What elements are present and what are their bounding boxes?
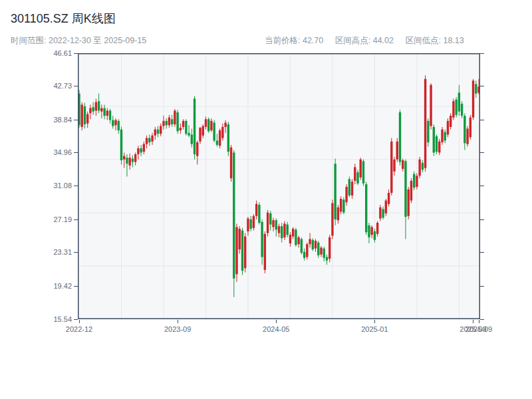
- candle-body: [128, 158, 130, 166]
- candle: [194, 96, 196, 159]
- candle: [166, 118, 168, 128]
- candle: [154, 127, 156, 140]
- candle: [342, 197, 344, 214]
- candle: [438, 139, 440, 155]
- candle: [422, 160, 424, 172]
- candle-body: [410, 181, 412, 201]
- candle-body: [224, 122, 226, 126]
- y-tick-mark-left: [74, 86, 78, 86]
- candle: [143, 142, 145, 154]
- range-high-label: 区间高点:: [335, 36, 370, 45]
- candle: [374, 229, 376, 243]
- x-tick-label: 2022-12: [56, 325, 102, 334]
- candle: [180, 124, 182, 134]
- candle-body: [112, 120, 114, 126]
- candle: [326, 255, 328, 265]
- candle-body: [289, 235, 291, 243]
- candle: [239, 226, 241, 253]
- candle-body: [407, 190, 409, 216]
- candle-body: [247, 219, 249, 231]
- plot-border: [78, 54, 480, 319]
- candle-body: [239, 229, 241, 249]
- candle: [340, 196, 342, 214]
- candle-body: [126, 158, 128, 164]
- candle-body: [455, 100, 457, 115]
- candle: [315, 239, 317, 251]
- candle-body: [194, 98, 196, 154]
- candle: [227, 122, 229, 156]
- candle: [219, 128, 221, 148]
- candle: [331, 200, 333, 239]
- candle: [191, 128, 193, 147]
- candle-body: [390, 142, 392, 193]
- candle-body: [422, 163, 424, 170]
- candle: [230, 145, 232, 182]
- candle: [103, 104, 105, 119]
- candle-body: [418, 160, 420, 176]
- candle-body: [447, 121, 449, 135]
- y-tick-mark-left: [74, 120, 78, 120]
- candle-body: [469, 118, 471, 138]
- candle-body: [86, 114, 88, 124]
- candle-body: [396, 142, 398, 160]
- candle-body: [103, 108, 105, 116]
- candle: [120, 127, 122, 165]
- candle-body: [345, 187, 347, 202]
- candle: [441, 127, 443, 145]
- candle-body: [306, 244, 308, 257]
- x-tick-mark: [473, 320, 473, 323]
- candle: [396, 138, 398, 162]
- candle: [281, 223, 283, 243]
- candle: [114, 118, 116, 130]
- candle: [261, 219, 263, 265]
- candle: [312, 238, 314, 251]
- candle: [205, 116, 207, 129]
- candle-body: [255, 204, 257, 216]
- candle-body: [221, 127, 223, 138]
- candle-body: [365, 184, 367, 232]
- candle: [410, 178, 412, 203]
- x-tick-label: 2025-01: [351, 325, 398, 334]
- candle: [126, 154, 128, 176]
- candle: [447, 118, 449, 137]
- y-tick-label: 42.73: [37, 82, 72, 90]
- candle-body: [182, 121, 184, 127]
- candle: [118, 119, 120, 134]
- candle-body: [427, 121, 429, 142]
- candle: [264, 231, 266, 273]
- candlestick-plot: [78, 53, 480, 319]
- y-tick-mark-right: [480, 152, 484, 153]
- candle: [303, 249, 305, 261]
- candle-body: [301, 239, 303, 253]
- candle: [337, 205, 339, 223]
- candle-body: [354, 167, 356, 181]
- y-tick-mark-right: [480, 319, 484, 320]
- candle: [450, 113, 452, 129]
- candle: [295, 228, 297, 247]
- candle-body: [283, 223, 285, 237]
- candle: [472, 79, 474, 120]
- candle-body: [157, 130, 159, 134]
- y-tick-label: 19.42: [37, 282, 72, 291]
- candle: [458, 85, 460, 116]
- candle-body: [320, 247, 322, 254]
- candle-body: [331, 203, 333, 235]
- y-tick-label: 34.96: [37, 148, 72, 157]
- candle-body: [295, 229, 297, 245]
- candle-body: [143, 144, 145, 152]
- candle: [140, 145, 142, 156]
- candle: [160, 124, 162, 136]
- current-price-stat: 当前价格: 42.70: [265, 36, 323, 45]
- candle: [404, 160, 406, 239]
- candle: [278, 223, 280, 237]
- y-tick-label: 15.54: [37, 315, 72, 324]
- candle: [188, 125, 190, 137]
- candle-body: [461, 104, 463, 116]
- candle: [376, 221, 378, 236]
- time-range-label: 时间范围: 2022-12-30 至 2025-09-15: [11, 35, 146, 47]
- candle-body: [433, 127, 435, 153]
- candle-body: [278, 226, 280, 233]
- candle-body: [235, 227, 237, 274]
- candle: [424, 75, 426, 171]
- candle: [379, 205, 381, 221]
